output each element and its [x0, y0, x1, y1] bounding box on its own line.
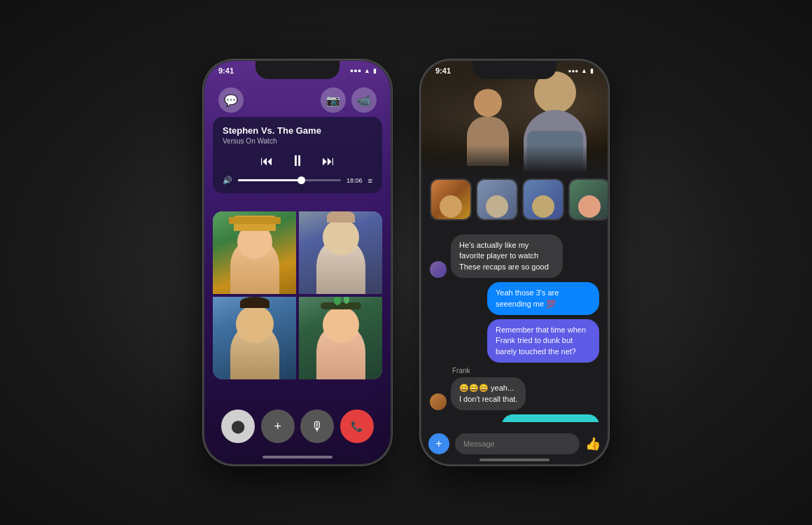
message-placeholder: Message: [463, 440, 495, 448]
message-row-2: Yeah those 3's are seeending me 💯: [430, 282, 599, 315]
facetime-header: 💬 📷 📹: [204, 82, 391, 118]
mute-button[interactable]: 🎙: [300, 410, 334, 443]
home-indicator-2: [479, 458, 550, 461]
message-row-1: He's actually like my favorite player to…: [430, 234, 599, 278]
camera-toggle-button[interactable]: ⬤: [221, 410, 255, 443]
progress-row: 🔊 18:06 ≡: [223, 176, 372, 185]
notch: [255, 61, 340, 79]
add-person-button[interactable]: +: [261, 410, 295, 443]
video-cell-4: [299, 297, 382, 379]
video-cell-2: [299, 211, 382, 294]
hang-up-icon: 📞: [351, 421, 363, 432]
volume-icon: 🔊: [223, 176, 232, 185]
bubble-3: Remember that time when Frank tried to d…: [487, 319, 599, 363]
track-time: 18:06: [346, 177, 363, 184]
messenger-screen: 9:41 ●●● ▲ ▮: [421, 61, 608, 464]
signal-icon: ●●●: [350, 67, 361, 74]
camera-toggle-icon: ⬤: [231, 419, 245, 434]
player-controls: ⏮ ⏸ ⏭: [223, 152, 372, 170]
message-group-4: Frank 😄😄😄 yeah...I don't recall that.: [430, 367, 599, 410]
message-text-5: My story said otherwise: [510, 421, 591, 422]
bubble-5: My story said otherwise: [502, 414, 599, 422]
participant-row: [430, 178, 599, 220]
progress-fill: [238, 179, 302, 181]
message-button[interactable]: 💬: [218, 88, 244, 113]
add-icon: +: [274, 419, 281, 434]
participant-thumb-3[interactable]: [522, 178, 564, 220]
add-attachment-button[interactable]: +: [428, 433, 449, 454]
status-time: 9:41: [218, 66, 234, 75]
phone-messenger: 9:41 ●●● ▲ ▮: [420, 59, 609, 465]
header-right-buttons: 📷 📹: [321, 88, 377, 113]
message-row-5: My story said otherwise: [430, 414, 599, 422]
message-row-3: Remember that time when Frank tried to d…: [430, 319, 599, 363]
participant-thumb-1[interactable]: [430, 178, 472, 220]
camera-button[interactable]: 📷: [321, 88, 346, 113]
message-icon: 💬: [224, 94, 238, 107]
camera-icon: 📷: [326, 94, 340, 107]
participant-thumb-2[interactable]: [476, 178, 518, 220]
wifi-icon-2: ▲: [581, 67, 587, 74]
signal-icon-2: ●●●: [568, 68, 579, 74]
home-indicator: [262, 456, 332, 458]
participant-thumb-4[interactable]: [568, 178, 608, 220]
back-button[interactable]: ⏮: [260, 154, 273, 169]
video-cell-1: [213, 211, 296, 294]
bubble-4: 😄😄😄 yeah...I don't recall that.: [451, 377, 526, 410]
notch-2: [472, 61, 556, 79]
facetime-controls: ⬤ + 🎙 📞: [204, 410, 391, 443]
add-icon: +: [435, 438, 442, 450]
avatar-1: [430, 261, 447, 278]
track-subtitle: Versus On Watch: [223, 137, 372, 145]
list-icon: ≡: [368, 176, 372, 185]
like-button[interactable]: 👍: [585, 436, 601, 451]
bubble-1: He's actually like my favorite player to…: [451, 234, 563, 278]
bubble-2: Yeah those 3's are seeending me 💯: [487, 282, 599, 315]
message-text-2: Yeah those 3's are seeending me 💯: [496, 288, 559, 307]
track-title: Stephen Vs. The Game: [223, 125, 372, 136]
frank-sender-name: Frank: [452, 367, 470, 374]
like-icon: 👍: [585, 437, 601, 451]
now-playing-card: Stephen Vs. The Game Versus On Watch ⏮ ⏸…: [213, 117, 382, 193]
video-grid: [213, 211, 382, 379]
status-icons-2: ●●● ▲ ▮: [568, 67, 594, 74]
mic-icon: 🎙: [311, 419, 323, 434]
phone-facetime: 9:41 ●●● ▲ ▮ 💬 📷 📹 Stephen Vs: [203, 59, 392, 465]
video-cell-3: [213, 297, 296, 379]
frank-group: Frank: [430, 367, 599, 376]
message-input-bar: + Message 👍: [428, 433, 601, 454]
hang-up-button[interactable]: 📞: [340, 410, 374, 443]
message-text-4: 😄😄😄 yeah...I don't recall that.: [459, 384, 517, 402]
message-text-1: He's actually like my favorite player to…: [459, 241, 549, 271]
forward-button[interactable]: ⏭: [322, 154, 335, 169]
wifi-icon: ▲: [364, 67, 370, 74]
progress-bar[interactable]: [238, 179, 341, 181]
video-button[interactable]: 📹: [351, 88, 377, 113]
chat-area: He's actually like my favorite player to…: [421, 229, 608, 422]
video-icon: 📹: [357, 94, 371, 107]
avatar-frank: [430, 393, 447, 410]
battery-icon-2: ▮: [590, 67, 594, 74]
hero-fade: [421, 145, 608, 173]
facetime-screen: 9:41 ●●● ▲ ▮ 💬 📷 📹 Stephen Vs: [204, 61, 391, 464]
message-row-4: 😄😄😄 yeah...I don't recall that.: [430, 377, 599, 410]
pause-button[interactable]: ⏸: [290, 152, 305, 170]
status-time-2: 9:41: [435, 66, 451, 75]
message-text-3: Remember that time when Frank tried to d…: [496, 326, 586, 356]
battery-icon: ▮: [373, 67, 377, 74]
status-icons: ●●● ▲ ▮: [350, 67, 377, 74]
message-input-field[interactable]: Message: [455, 433, 580, 454]
